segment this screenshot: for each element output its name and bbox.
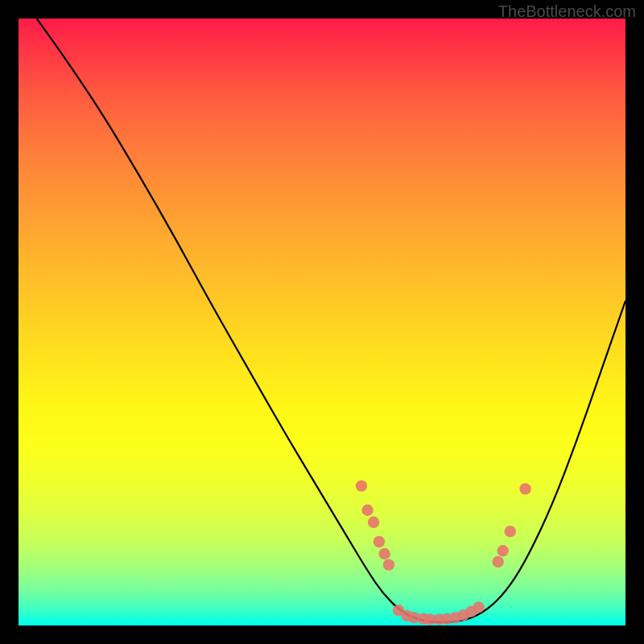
- watermark-text: TheBottleneck.com: [498, 2, 636, 21]
- data-point: [356, 480, 367, 491]
- data-point: [492, 556, 503, 568]
- data-point: [473, 601, 484, 613]
- data-point: [497, 545, 508, 556]
- scatter-points: [356, 480, 531, 625]
- data-point: [361, 505, 373, 516]
- data-point: [374, 536, 385, 547]
- data-point: [368, 517, 379, 528]
- data-point: [383, 559, 394, 570]
- plot-area: [19, 19, 625, 625]
- data-point: [519, 483, 530, 494]
- data-point: [378, 548, 390, 559]
- data-point: [505, 526, 516, 537]
- chart-svg: [19, 19, 625, 625]
- outer-frame: TheBottleneck.com: [0, 0, 644, 644]
- bottleneck-curve: [37, 19, 625, 622]
